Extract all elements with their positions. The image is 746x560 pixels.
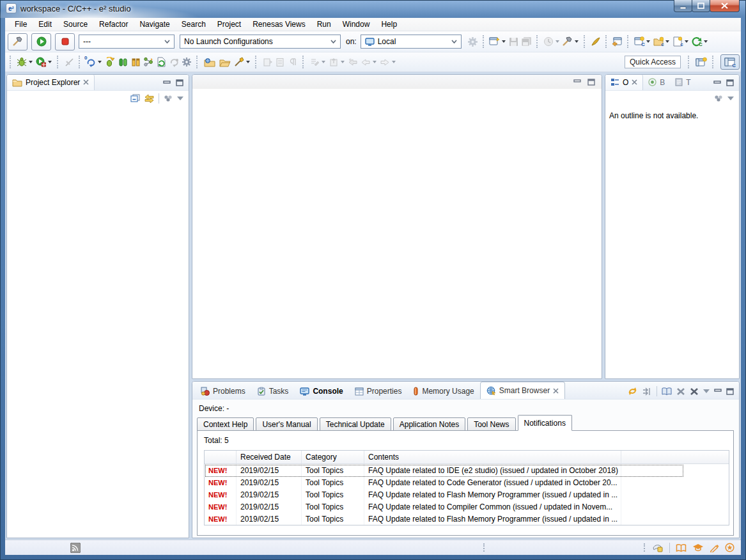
whats-new-pencil-icon[interactable] [710,543,719,552]
close-icon[interactable] [553,388,559,394]
minimize-view-icon[interactable] [713,80,721,86]
table-row[interactable]: NEW! 2019/02/15 Tool Topics FAQ Update r… [205,501,729,513]
forward-dropdown[interactable] [392,61,396,63]
table-row[interactable]: NEW! 2019/02/15 Tool Topics FAQ Update r… [205,513,729,525]
cpp-perspective-button[interactable]: C [720,54,740,70]
build-button[interactable] [8,33,27,51]
new-c-file-icon[interactable]: c [671,35,684,49]
view-menu-dropdown[interactable] [727,97,734,100]
close-icon[interactable] [632,79,637,85]
memory-monitor-icon[interactable] [116,55,129,69]
settings-gear-icon[interactable] [180,55,193,69]
collapse-all-icon[interactable] [130,94,140,103]
maximize-button[interactable] [692,0,710,12]
tab-context-help[interactable]: Context Help [197,417,254,431]
statusbar-drag-handle[interactable] [483,543,486,552]
pin-highlight-icon[interactable] [233,55,245,69]
open-folder-icon[interactable] [217,55,233,69]
io-registers-icon[interactable] [129,55,142,69]
build-all-hammer-icon[interactable] [561,35,574,49]
new-wizard-icon[interactable] [488,35,501,49]
column-header-contents[interactable]: Contents [364,451,621,463]
go-into-icon[interactable] [327,55,340,69]
tab-smart-browser[interactable]: Smart Browser [480,382,565,399]
menu-refactor[interactable]: Refactor [93,19,134,30]
notifications-table[interactable]: Received Date Category Contents NEW! 201… [204,450,729,525]
link-with-editor-icon[interactable] [144,94,155,103]
menu-edit[interactable]: Edit [33,19,58,30]
launch-target-combo[interactable]: Local [361,35,462,49]
minimize-view-icon[interactable] [573,79,581,85]
tab-tasks-view[interactable]: T [670,74,695,90]
menu-file[interactable]: File [9,19,33,30]
load-program-icon[interactable] [155,55,167,69]
new-c-folder-icon[interactable]: c [652,35,665,49]
new-c-project-icon[interactable]: C [633,35,646,49]
import-window-icon[interactable] [611,35,624,49]
menu-search[interactable]: Search [176,19,212,30]
reset-icon[interactable]: 0 [84,55,97,69]
tab-console[interactable]: Console [294,384,348,399]
debug-history-dropdown[interactable] [556,40,559,43]
target-settings-gear-icon[interactable] [467,35,479,49]
menu-project[interactable]: Project [212,19,247,30]
minimize-view-icon[interactable] [163,80,171,86]
editor-area[interactable] [192,74,602,379]
run-configs-dropdown[interactable] [48,61,52,63]
code-generator-feather-icon[interactable] [589,35,602,49]
minimize-button[interactable] [674,0,692,12]
auto-update-icon[interactable] [642,387,652,396]
release-notes-book-icon[interactable] [676,543,687,552]
tab-tool-news[interactable]: Tool News [467,417,515,431]
statusbar-drag-handle[interactable] [644,543,646,552]
view-menu-icon[interactable] [163,95,173,102]
run-button[interactable] [31,33,51,51]
menu-renesas-views[interactable]: Renesas Views [247,19,311,30]
manual-book-icon[interactable] [662,387,672,396]
forward-arrow-icon[interactable] [378,55,391,69]
menu-run[interactable]: Run [311,19,337,30]
quick-access-field[interactable]: Quick Access [625,56,681,68]
debug-history-icon[interactable] [542,35,555,49]
last-edit-dropdown[interactable] [322,61,325,63]
tab-technical-update[interactable]: Technical Update [320,417,391,431]
minimize-view-icon[interactable] [714,388,722,394]
save-icon[interactable] [508,35,520,49]
tab-notifications[interactable]: Notifications [518,415,572,431]
launch-config-combo[interactable]: No Launch Configurations [180,35,341,49]
refresh-icon[interactable] [628,387,637,396]
code-update-dropdown[interactable] [704,40,708,43]
debug-dropdown[interactable] [29,61,33,63]
link-docs-icon[interactable] [261,55,274,69]
show-whitespace-icon[interactable] [286,55,299,69]
last-edit-location-icon[interactable] [308,55,321,69]
column-header-received-date[interactable]: Received Date [237,451,302,463]
new-wizard-dropdown[interactable] [502,40,506,43]
maximize-view-icon[interactable] [176,79,183,86]
tab-tasks[interactable]: Tasks [251,384,295,399]
view-menu-dropdown[interactable] [177,97,183,100]
smart-configurator-hand-icon[interactable] [652,543,664,552]
delete-filtered-icon[interactable] [676,387,685,396]
tab-outline[interactable]: O [605,74,643,90]
profile-tree-icon[interactable] [142,55,155,69]
pin-highlight-dropdown[interactable] [246,61,250,63]
tab-problems[interactable]: Problems [195,384,251,399]
close-icon[interactable] [83,79,89,85]
build-all-dropdown[interactable] [575,40,579,43]
column-header-category[interactable]: Category [302,451,364,463]
back-to-icon[interactable] [346,55,359,69]
tab-breakpoints[interactable]: B [643,74,670,90]
tab-project-explorer[interactable]: Project Explorer [7,74,95,90]
code-update-icon[interactable]: C [690,35,703,49]
save-all-icon[interactable] [520,35,533,49]
mark-occurrences-icon[interactable] [274,55,286,69]
new-c-file-dropdown[interactable] [685,40,688,43]
menu-source[interactable]: Source [58,19,93,30]
maximize-view-icon[interactable] [587,79,595,86]
back-arrow-icon[interactable] [359,55,372,69]
restart-debug-icon[interactable] [104,55,116,69]
go-into-dropdown[interactable] [341,61,345,63]
support-badge-icon[interactable] [725,543,734,552]
view-menu-dropdown[interactable] [703,389,710,393]
